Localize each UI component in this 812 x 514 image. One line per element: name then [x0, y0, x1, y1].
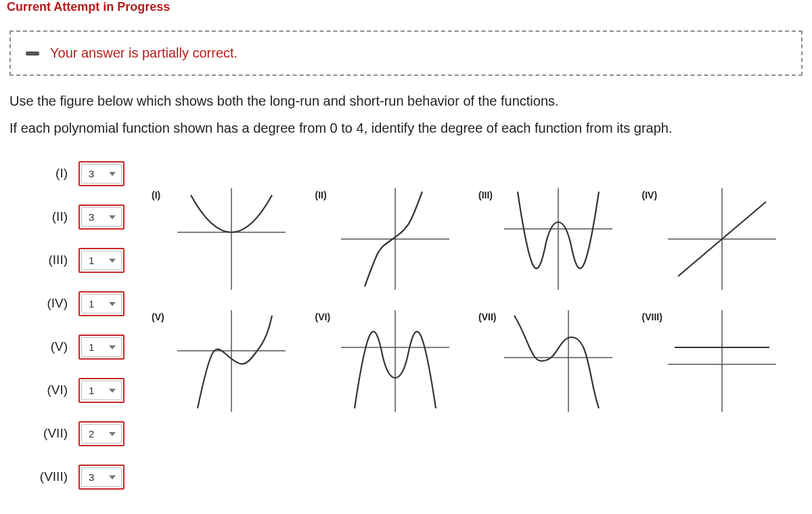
graph-label: (V): [152, 312, 173, 322]
graph-cell-VI: (VI): [315, 310, 479, 425]
select-value: 1: [81, 294, 122, 314]
answer-row: (II) 3: [31, 205, 142, 229]
graph-icon-cubic-up: [341, 188, 449, 290]
select-value: 2: [81, 424, 122, 444]
graph-cell-II: (II): [315, 188, 479, 303]
degree-select-I[interactable]: 3: [78, 161, 125, 186]
graph-label: (I): [152, 190, 173, 200]
answer-row: (III) 1: [31, 248, 142, 272]
minus-icon: [26, 51, 39, 56]
graph-icon-cubic-down: [504, 310, 612, 412]
answer-label: (IV): [31, 296, 68, 311]
select-value: 3: [81, 164, 122, 184]
graph-cell-III: (III): [478, 188, 642, 303]
answer-row: (VI) 1: [31, 378, 142, 402]
graph-icon-line: [668, 188, 776, 290]
answer-row: (IV) 1: [31, 291, 142, 316]
degree-select-VI[interactable]: 1: [78, 378, 125, 403]
content-area: (I) 3 (II) 3 (III) 1 (IV) 1 (V): [7, 161, 805, 508]
answer-label: (V): [31, 339, 68, 354]
graph-cell-IV: (IV): [642, 188, 806, 303]
graph-label: (II): [315, 190, 337, 200]
degree-select-IV[interactable]: 1: [78, 291, 125, 316]
graph-icon-quartic-w: [504, 188, 612, 290]
graph-label: (IV): [642, 190, 664, 200]
graph-label: (VII): [478, 312, 500, 322]
graph-icon-quartic-m: [341, 310, 449, 412]
graph-icon-cubic-bump: [177, 310, 286, 412]
graph-cell-VIII: (VIII): [642, 310, 806, 425]
graph-icon-constant: [668, 310, 776, 412]
answer-label: (VI): [31, 383, 68, 398]
select-value: 1: [81, 381, 122, 400]
graph-cell-I: (I): [152, 188, 315, 303]
answer-row: (VII) 2: [31, 421, 142, 446]
prompt-line-1: Use the figure below which shows both th…: [9, 91, 803, 111]
graph-cell-VII: (VII): [478, 310, 642, 425]
prompt-line-2: If each polynomial function shown has a …: [9, 118, 803, 138]
answer-row: (V) 1: [31, 335, 142, 359]
degree-select-III[interactable]: 1: [78, 248, 125, 273]
answer-row: (VIII) 3: [31, 465, 142, 489]
graph-label: (VIII): [642, 312, 664, 322]
graphs-grid: (I) (II) (III): [142, 161, 805, 425]
degree-select-VII[interactable]: 2: [78, 421, 125, 446]
answer-row: (I) 3: [31, 161, 142, 186]
select-value: 1: [81, 337, 122, 357]
graph-label: (VI): [315, 312, 337, 322]
degree-select-II[interactable]: 3: [78, 205, 125, 230]
select-value: 3: [81, 207, 122, 227]
feedback-banner: Your answer is partially correct.: [9, 30, 803, 76]
feedback-message: Your answer is partially correct.: [50, 45, 238, 61]
select-value: 3: [81, 467, 122, 487]
answers-column: (I) 3 (II) 3 (III) 1 (IV) 1 (V): [7, 161, 142, 508]
degree-select-VIII[interactable]: 3: [78, 465, 125, 490]
graph-icon-parabola-down: [177, 188, 286, 290]
answer-label: (II): [31, 209, 68, 224]
answer-label: (I): [31, 166, 68, 181]
graph-cell-V: (V): [152, 310, 315, 425]
select-value: 1: [81, 251, 122, 270]
graph-label: (III): [478, 190, 500, 200]
degree-select-V[interactable]: 1: [78, 335, 125, 360]
answer-label: (VIII): [31, 469, 68, 484]
answer-label: (III): [31, 253, 68, 267]
page-title: Current Attempt in Progress: [7, 0, 805, 18]
answer-label: (VII): [31, 426, 68, 441]
